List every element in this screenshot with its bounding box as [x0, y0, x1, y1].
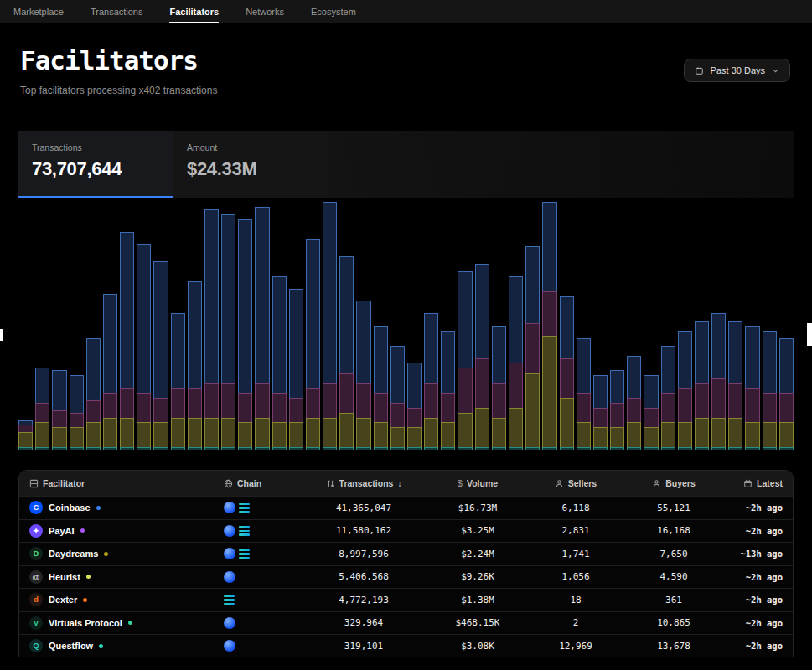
table-row[interactable]: dDexter4,772,193$1.38M18361~2h ago: [19, 588, 793, 611]
column-header-facilitator[interactable]: Facilitator: [29, 478, 224, 488]
chart-bar[interactable]: [137, 202, 151, 450]
status-dot: [99, 644, 103, 648]
column-header-transactions[interactable]: Transactions↓: [301, 478, 427, 488]
chart-bar[interactable]: [103, 202, 117, 450]
buyers-cell: 361: [623, 595, 725, 606]
chart-bar[interactable]: [695, 202, 709, 450]
column-header-sellers[interactable]: Sellers: [529, 478, 623, 488]
nav-item-transactions[interactable]: Transactions: [91, 0, 143, 23]
grid-icon: [29, 479, 39, 488]
chart-bar[interactable]: [204, 202, 219, 450]
bar-segment-teal: [577, 447, 591, 450]
chart-bar[interactable]: [272, 202, 287, 450]
chart-bar[interactable]: [52, 202, 66, 450]
scrollbar-thumb[interactable]: [807, 323, 812, 346]
chart-bar[interactable]: [644, 202, 658, 450]
chart-bar[interactable]: [779, 202, 794, 450]
chart-bar[interactable]: [171, 202, 185, 450]
status-dot: [83, 598, 87, 602]
chart-bar[interactable]: [610, 202, 624, 450]
chart-bar[interactable]: [745, 202, 759, 450]
chart-bar[interactable]: [188, 202, 202, 450]
bar-segment-navy: [424, 313, 438, 383]
chart-bar[interactable]: [627, 202, 641, 450]
chart-bar[interactable]: [593, 202, 608, 450]
chart-bar[interactable]: [18, 202, 33, 450]
volume-cell: $3.08K: [427, 641, 529, 652]
nav-item-facilitators[interactable]: Facilitators: [169, 0, 219, 23]
chart-bar[interactable]: [661, 202, 675, 450]
latest-cell: ~2h ago: [725, 572, 783, 582]
chart-bar[interactable]: [153, 202, 168, 450]
chart-bar[interactable]: [70, 202, 84, 450]
chain-cell: [224, 525, 301, 537]
column-label: Chain: [237, 478, 261, 488]
chart-bar[interactable]: [577, 202, 591, 450]
bar-segment-navy: [86, 338, 101, 400]
bar-segment-olive: [577, 422, 591, 447]
volume-cell: $3.25M: [427, 525, 529, 536]
nav-item-marketplace[interactable]: Marketplace: [13, 0, 64, 23]
facilitator-cell: @Heurist: [29, 570, 224, 584]
chart-bar[interactable]: [390, 202, 405, 450]
column-header-buyers[interactable]: Buyers: [623, 478, 725, 488]
bar-segment-magenta: [188, 388, 202, 418]
chart-bar[interactable]: [678, 202, 692, 450]
bar-segment-olive: [171, 418, 185, 448]
bar-segment-teal: [188, 447, 202, 450]
chart-bar[interactable]: [711, 202, 726, 450]
bar-segment-magenta: [35, 403, 49, 423]
bar-segment-teal: [221, 447, 235, 450]
chart-bar[interactable]: [289, 202, 303, 450]
table-row[interactable]: VVirtuals Protocol329,964$468.15K210,865…: [19, 611, 793, 635]
chart-bar[interactable]: [475, 202, 489, 450]
chart-bar[interactable]: [238, 202, 252, 450]
table-row[interactable]: DDaydreams8,997,596$2.24M1,7417,650~13h …: [19, 542, 793, 565]
chart-bar[interactable]: [339, 202, 354, 450]
tab-transactions[interactable]: Transactions 73,707,644: [18, 131, 173, 198]
bar-segment-magenta: [644, 408, 658, 428]
chart-bar[interactable]: [509, 202, 523, 450]
column-header-chain[interactable]: Chain: [224, 478, 301, 488]
chart-bar[interactable]: [424, 202, 438, 450]
table-row[interactable]: CCoinbase41,365,047$16.73M6,11855,121~2h…: [19, 496, 793, 519]
nav-item-networks[interactable]: Networks: [246, 0, 284, 23]
chart-bar[interactable]: [763, 202, 777, 450]
bar-segment-teal: [627, 447, 641, 450]
chart-bar[interactable]: [407, 202, 422, 450]
chart-bar[interactable]: [374, 202, 388, 450]
chart-bar[interactable]: [560, 202, 574, 450]
chart-bar[interactable]: [728, 202, 742, 450]
table-row[interactable]: QQuestflow319,101$3.08K12,96913,678~2h a…: [19, 634, 793, 657]
tab-amount[interactable]: Amount $24.33M: [173, 131, 328, 198]
bar-segment-magenta: [86, 400, 101, 423]
table-row[interactable]: @Heurist5,406,568$9.26K1,0564,590~2h ago: [19, 565, 793, 589]
bar-segment-teal: [339, 447, 354, 450]
chart-bar[interactable]: [86, 202, 101, 450]
table-row[interactable]: ✦PayAI11,580,162$3.25M2,83116,168~2h ago: [19, 519, 793, 543]
chart-bar[interactable]: [441, 202, 455, 450]
chart-bar[interactable]: [356, 202, 370, 450]
chart-bar[interactable]: [306, 202, 320, 450]
column-header-volume[interactable]: $Volume: [427, 478, 529, 488]
column-label: Transactions: [339, 478, 394, 488]
nav-item-ecosystem[interactable]: Ecosystem: [311, 0, 356, 23]
bar-segment-teal: [695, 447, 709, 450]
chart-bar[interactable]: [458, 202, 472, 450]
chart-bar[interactable]: [221, 202, 235, 450]
bar-segment-magenta: [374, 393, 388, 423]
chart-bar[interactable]: [492, 202, 506, 450]
bar-segment-navy: [745, 326, 759, 388]
bar-segment-navy: [458, 271, 472, 368]
chart-bar[interactable]: [35, 202, 49, 450]
chart-bar[interactable]: [525, 202, 540, 450]
bar-segment-navy: [610, 370, 624, 402]
chart-bar[interactable]: [542, 202, 556, 450]
column-header-latest[interactable]: Latest: [725, 478, 783, 488]
chart-bar[interactable]: [323, 202, 337, 450]
bar-segment-magenta: [70, 413, 84, 428]
chart-bar[interactable]: [120, 202, 134, 450]
chart-bar[interactable]: [255, 202, 269, 450]
date-range-button[interactable]: Past 30 Days: [684, 59, 790, 82]
bar-segment-olive: [255, 418, 269, 448]
